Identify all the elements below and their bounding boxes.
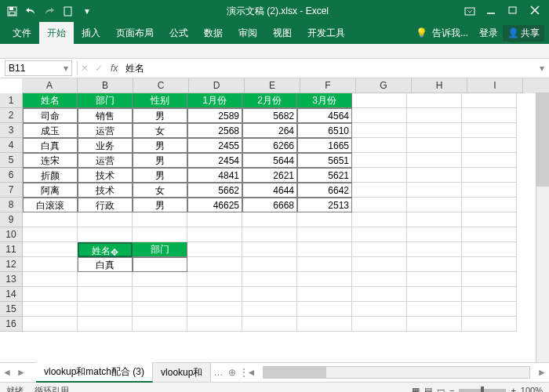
cell[interactable] xyxy=(297,212,352,227)
cell[interactable]: 5621 xyxy=(297,168,352,183)
cell[interactable]: 司命 xyxy=(23,108,78,123)
cell[interactable] xyxy=(352,93,407,108)
cell[interactable]: 连宋 xyxy=(23,153,78,168)
cell[interactable] xyxy=(78,212,133,227)
cell[interactable] xyxy=(407,317,462,332)
row-header[interactable]: 12 xyxy=(0,257,23,272)
tab-insert[interactable]: 插入 xyxy=(74,22,108,44)
view-break-icon[interactable]: ▭ xyxy=(437,386,445,393)
cell[interactable] xyxy=(462,302,517,317)
cell[interactable] xyxy=(242,317,297,332)
cell[interactable] xyxy=(23,272,78,287)
row-header[interactable]: 3 xyxy=(0,123,23,138)
cell[interactable] xyxy=(407,138,462,153)
cell[interactable]: 2589 xyxy=(187,108,242,123)
cell[interactable]: 2513 xyxy=(297,198,352,212)
cell[interactable] xyxy=(462,138,517,153)
cell[interactable] xyxy=(352,138,407,153)
cell[interactable]: 2454 xyxy=(187,153,242,168)
cell[interactable] xyxy=(78,302,133,317)
cell[interactable] xyxy=(352,272,407,287)
cell[interactable] xyxy=(23,257,78,272)
cell[interactable]: 6642 xyxy=(297,183,352,198)
tab-layout[interactable]: 页面布局 xyxy=(108,22,162,44)
sheet-prev-icon[interactable]: ◄ xyxy=(0,367,14,378)
row-header[interactable]: 4 xyxy=(0,138,23,153)
cell[interactable] xyxy=(242,302,297,317)
cell[interactable]: 4564 xyxy=(297,108,352,123)
cell[interactable] xyxy=(297,272,352,287)
cell[interactable]: 6510 xyxy=(297,123,352,138)
cell[interactable] xyxy=(23,227,78,242)
cell[interactable] xyxy=(187,212,242,227)
row-header[interactable]: 6 xyxy=(0,168,23,183)
cell[interactable] xyxy=(407,108,462,123)
cell[interactable] xyxy=(242,287,297,302)
cell[interactable]: 男 xyxy=(133,138,187,153)
cell[interactable] xyxy=(407,168,462,183)
formula-bar[interactable]: 姓名 xyxy=(122,62,535,75)
cell[interactable]: 5682 xyxy=(242,108,297,123)
cell[interactable] xyxy=(407,257,462,272)
cell[interactable] xyxy=(407,287,462,302)
cell[interactable]: 1月份 xyxy=(187,93,242,108)
cell[interactable] xyxy=(23,287,78,302)
cancel-formula-icon[interactable]: ✕ xyxy=(78,63,92,74)
vertical-scrollbar[interactable] xyxy=(536,93,549,362)
login-button[interactable]: 登录 xyxy=(479,27,498,40)
col-header[interactable]: A xyxy=(22,78,78,93)
cell[interactable] xyxy=(242,272,297,287)
cell[interactable]: 2455 xyxy=(187,138,242,153)
cell[interactable] xyxy=(297,227,352,242)
row-header[interactable]: 15 xyxy=(0,302,23,317)
cell[interactable] xyxy=(462,287,517,302)
cell[interactable] xyxy=(133,317,187,332)
tab-formula[interactable]: 公式 xyxy=(162,22,196,44)
cell[interactable] xyxy=(462,93,517,108)
enter-formula-icon[interactable]: ✓ xyxy=(92,63,106,74)
cell[interactable] xyxy=(78,317,133,332)
tab-dev[interactable]: 开发工具 xyxy=(300,22,353,44)
tab-data[interactable]: 数据 xyxy=(196,22,231,44)
cell[interactable] xyxy=(187,257,242,272)
cell[interactable] xyxy=(242,227,297,242)
cell[interactable] xyxy=(23,212,78,227)
cell[interactable] xyxy=(133,227,187,242)
cell[interactable]: 业务 xyxy=(78,138,133,153)
cell[interactable] xyxy=(462,168,517,183)
cell[interactable] xyxy=(297,242,352,257)
cell[interactable] xyxy=(462,183,517,198)
cell[interactable] xyxy=(407,123,462,138)
cell[interactable]: 女 xyxy=(133,123,187,138)
cell[interactable] xyxy=(407,212,462,227)
cell[interactable] xyxy=(352,183,407,198)
cell[interactable]: 2568 xyxy=(187,123,242,138)
tell-me[interactable]: 告诉我... xyxy=(432,27,468,40)
cell[interactable] xyxy=(352,168,407,183)
cell[interactable] xyxy=(462,153,517,168)
cell[interactable]: 4644 xyxy=(242,183,297,198)
cell[interactable]: 6266 xyxy=(242,138,297,153)
cell[interactable] xyxy=(187,227,242,242)
cell[interactable]: 46625 xyxy=(187,198,242,212)
tab-home[interactable]: 开始 xyxy=(39,22,74,44)
cell[interactable]: 运营 xyxy=(78,123,133,138)
cell[interactable]: 男 xyxy=(133,153,187,168)
tab-file[interactable]: 文件 xyxy=(5,22,39,44)
cell[interactable] xyxy=(352,198,407,212)
cell[interactable] xyxy=(407,153,462,168)
new-sheet-icon[interactable]: ⊕ xyxy=(225,367,239,378)
cell[interactable] xyxy=(352,242,407,257)
sheet-more-icon[interactable]: … xyxy=(211,367,225,378)
cell[interactable]: 白真 xyxy=(23,138,78,153)
col-header[interactable]: F xyxy=(300,78,356,93)
hscroll-right-icon[interactable]: ► xyxy=(535,367,549,378)
cell[interactable]: 运营 xyxy=(78,153,133,168)
sheet-tab-active[interactable]: vlookup和match配合 (3) xyxy=(36,362,153,383)
cell[interactable] xyxy=(352,317,407,332)
cell[interactable]: 2月份 xyxy=(242,93,297,108)
cell[interactable] xyxy=(352,108,407,123)
col-header[interactable]: G xyxy=(356,78,412,93)
cell[interactable]: 阿离 xyxy=(23,183,78,198)
cell[interactable] xyxy=(407,242,462,257)
